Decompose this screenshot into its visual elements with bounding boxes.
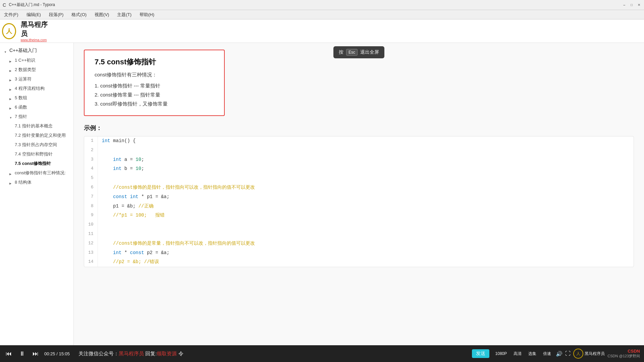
chevron-right-icon	[9, 86, 13, 90]
code-line-14: 14 //p2 = &b; //错误	[84, 257, 634, 267]
sidebar-item-7-2[interactable]: 7.2 指针变量的定义和使用	[0, 131, 73, 140]
title-bar: C C++基础入门.md - Typora ‒ □ ✕	[0, 0, 644, 10]
logo-bottom-circle: 人	[573, 349, 583, 359]
line-num-5: 5	[84, 174, 98, 183]
line-num-13: 13	[84, 248, 98, 258]
code-line-3: 3 int a = 10;	[84, 155, 634, 165]
line-num-11: 11	[84, 230, 98, 239]
line-code-12: //const修饰的是常量，指针指向不可以改，指针指向的值可以更改	[98, 239, 634, 248]
code-line-10: 10	[84, 220, 634, 230]
sidebar-item-label-3: 3 运算符	[15, 76, 32, 82]
chevron-right-icon	[9, 96, 13, 100]
sidebar-item-7-4[interactable]: 7.4 空指针和野指针	[0, 149, 73, 159]
line-num-14: 14	[84, 257, 98, 267]
chevron-right-icon	[9, 180, 13, 184]
sidebar-item-3[interactable]: 3 运算符	[0, 74, 73, 84]
quality-button[interactable]: 1080P	[493, 351, 509, 357]
menu-help[interactable]: 帮助(H)	[138, 11, 156, 18]
esc-suffix: 退出全屏	[360, 49, 379, 55]
code-line-1: 1 int main() {	[84, 136, 634, 146]
chevron-right-icon	[9, 105, 13, 109]
title-bar-icon: C	[3, 2, 6, 8]
time-current: 00:25	[44, 351, 55, 356]
line-num-10: 10	[84, 220, 98, 230]
select-button[interactable]: 选集	[526, 350, 538, 357]
line-num-12: 12	[84, 239, 98, 248]
sidebar-item-label-4: 4 程序流程结构	[15, 85, 45, 92]
volume-icon[interactable]: 🔊	[556, 351, 562, 357]
sidebar-item-label-8: 8 结构体	[15, 179, 32, 185]
info-card-subtitle: const修饰指针有三种情况：	[95, 72, 214, 78]
line-num-3: 3	[84, 155, 98, 165]
sidebar-item-label-7-4: 7.4 空指针和野指针	[15, 151, 53, 157]
chevron-right-icon	[9, 58, 13, 62]
send-button[interactable]: 发送	[472, 349, 489, 358]
list-item-3: 3. const即修饰指针，又修饰常量	[95, 100, 214, 109]
sidebar-item-7-5[interactable]: 7.5 const修饰指针	[0, 159, 73, 168]
fullscreen-icon[interactable]: ⛶	[565, 351, 571, 357]
line-num-8: 8	[84, 202, 98, 211]
minimize-button[interactable]: ‒	[622, 3, 627, 7]
sidebar-item-7-3[interactable]: 7.3 指针所占内存空间	[0, 140, 73, 149]
sidebar-item-const-note[interactable]: const修饰指针有三种情况:	[0, 168, 73, 178]
info-card-title: 7.5 const修饰指针	[95, 57, 214, 67]
sidebar-item-7[interactable]: 7 指针	[0, 112, 73, 121]
sidebar: C++基础入门 1 C++初识 2 数据类型 3 运算符 4 程序流程结构 5 …	[0, 43, 74, 345]
code-line-9: 9 //*p1 = 100; 报错	[84, 211, 634, 220]
menu-view[interactable]: 视图(V)	[93, 11, 110, 18]
menu-file[interactable]: 文件(F)	[3, 11, 20, 18]
menu-bar: 文件(F) 编辑(E) 段落(P) 格式(O) 视图(V) 主题(T) 帮助(H…	[0, 10, 644, 19]
line-code-14: //p2 = &b; //错误	[98, 257, 634, 267]
line-code-3: int a = 10;	[98, 155, 634, 165]
next-button[interactable]: ⏭	[31, 349, 40, 358]
esc-prefix: 按	[339, 49, 343, 55]
marquee-content: 关注微信公众号：黑马程序员 回复:领取资源 令	[78, 351, 183, 356]
logo-brand: 黑马程序员 www.itheima.com	[21, 20, 49, 42]
menu-theme[interactable]: 主题(T)	[116, 11, 133, 18]
csdn-logo: CSDN	[628, 349, 640, 354]
line-code-4: int b = 10;	[98, 164, 634, 174]
code-line-2: 2	[84, 146, 634, 155]
menu-format[interactable]: 格式(O)	[70, 11, 88, 18]
esc-tooltip: 按 Esc 退出全屏	[333, 46, 384, 58]
code-line-5: 5	[84, 174, 634, 183]
prev-button[interactable]: ⏮	[4, 349, 13, 358]
sidebar-item-label-7-5: 7.5 const修饰指针	[15, 161, 51, 167]
line-num-6: 6	[84, 183, 98, 192]
sidebar-item-4[interactable]: 4 程序流程结构	[0, 84, 73, 93]
sidebar-item-label-5: 5 数组	[15, 95, 27, 101]
chevron-right-icon	[9, 77, 13, 81]
sidebar-item-8[interactable]: 8 结构体	[0, 178, 73, 187]
play-pause-button[interactable]: ⏸	[17, 349, 27, 358]
chevron-down-icon	[9, 115, 13, 119]
sidebar-item-1[interactable]: 1 C++初识	[0, 56, 73, 65]
menu-edit[interactable]: 编辑(E)	[25, 11, 42, 18]
logo-bar: 人 黑马程序员 www.itheima.com	[0, 19, 644, 43]
sidebar-item-7-1[interactable]: 7.1 指针的基本概念	[0, 121, 73, 131]
line-code-2	[98, 146, 634, 155]
line-code-1: int main() {	[98, 136, 634, 146]
maximize-button[interactable]: □	[629, 3, 634, 7]
main-layout: C++基础入门 1 C++初识 2 数据类型 3 运算符 4 程序流程结构 5 …	[0, 43, 644, 345]
code-line-11: 11	[84, 230, 634, 239]
code-table: 1 int main() { 2 3 int a = 10; 4 int b =…	[84, 136, 634, 267]
sidebar-item-label-7-1: 7.1 指针的基本概念	[15, 123, 53, 129]
sidebar-item-5[interactable]: 5 数组	[0, 93, 73, 103]
sidebar-item-6[interactable]: 6 函数	[0, 103, 73, 112]
line-code-13: int * const p2 = &a;	[98, 248, 634, 258]
line-code-10	[98, 220, 634, 230]
chevron-right-icon	[9, 68, 13, 72]
speed-button[interactable]: 倍速	[541, 350, 553, 357]
list-item-2: 2. const修饰常量 --- 指针常量	[95, 90, 214, 100]
time-display: 00:25 / 15:05	[44, 351, 74, 356]
code-line-8: 8 p1 = &b; //正确	[84, 202, 634, 211]
logo-circle: 人	[2, 23, 16, 39]
logo-image: 人 黑马程序员 www.itheima.com	[5, 22, 46, 40]
window-controls: ‒ □ ✕	[622, 3, 641, 7]
csdn-badge: CSDN @123梦野间	[607, 354, 640, 359]
sidebar-item-2[interactable]: 2 数据类型	[0, 65, 73, 74]
close-button[interactable]: ✕	[637, 3, 641, 7]
sidebar-root-item[interactable]: C++基础入门	[0, 46, 73, 56]
clarity-button[interactable]: 高清	[512, 350, 524, 357]
menu-paragraph[interactable]: 段落(P)	[48, 11, 65, 18]
